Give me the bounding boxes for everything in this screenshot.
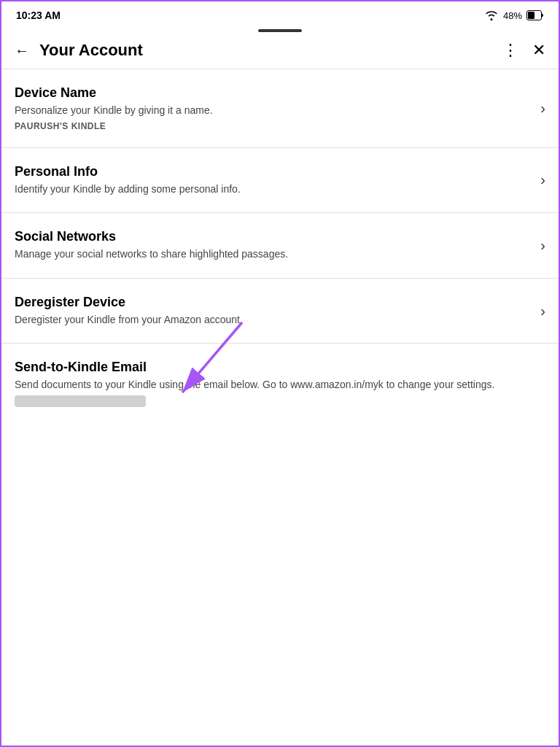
status-icons: 48% <box>484 10 544 21</box>
menu-item-device-name-title: Device Name <box>15 85 529 101</box>
chevron-right-icon: › <box>540 100 545 117</box>
status-bar: 10:23 AM 48% <box>1 1 559 28</box>
notch-bar <box>258 29 302 32</box>
back-button[interactable]: ← <box>15 42 29 59</box>
more-options-button[interactable]: ⋮ <box>502 42 519 58</box>
nav-right: ⋮ ✕ <box>502 41 545 60</box>
close-button[interactable]: ✕ <box>532 41 545 60</box>
chevron-right-icon: › <box>540 171 545 188</box>
menu-item-social-networks-content: Social Networks Manage your social netwo… <box>15 229 540 262</box>
menu-item-social-networks-title: Social Networks <box>15 229 529 244</box>
menu-item-device-name[interactable]: Device Name Personalize your Kindle by g… <box>1 69 559 148</box>
kindle-email-blurred <box>15 395 146 407</box>
battery-percentage: 48% <box>503 10 522 21</box>
menu-item-send-to-kindle-content: Send-to-Kindle Email Send documents to y… <box>15 360 545 410</box>
menu-item-send-to-kindle-title: Send-to-Kindle Email <box>15 360 534 375</box>
menu-item-device-name-content: Device Name Personalize your Kindle by g… <box>15 85 540 131</box>
menu-item-social-networks[interactable]: Social Networks Manage your social netwo… <box>1 213 559 279</box>
status-time: 10:23 AM <box>16 9 61 21</box>
battery-icon <box>526 10 544 20</box>
menu-item-personal-info-content: Personal Info Identify your Kindle by ad… <box>15 164 540 197</box>
nav-bar: ← Your Account ⋮ ✕ <box>1 32 559 69</box>
wifi-icon <box>484 10 499 20</box>
menu-list: Device Name Personalize your Kindle by g… <box>1 69 559 426</box>
menu-item-personal-info-title: Personal Info <box>15 164 529 179</box>
menu-item-send-to-kindle-desc: Send documents to your Kindle using the … <box>15 378 534 392</box>
chevron-right-icon: › <box>540 303 545 320</box>
page-title: Your Account <box>39 41 143 60</box>
chevron-right-icon: › <box>540 237 545 254</box>
menu-item-deregister-device-content: Deregister Device Deregister your Kindle… <box>15 295 540 328</box>
menu-item-personal-info[interactable]: Personal Info Identify your Kindle by ad… <box>1 148 559 214</box>
menu-item-device-name-desc: Personalize your Kindle by giving it a n… <box>15 104 529 118</box>
menu-item-send-to-kindle[interactable]: Send-to-Kindle Email Send documents to y… <box>1 344 559 426</box>
menu-item-deregister-device[interactable]: Deregister Device Deregister your Kindle… <box>1 279 559 344</box>
nav-left: ← Your Account <box>15 41 143 60</box>
svg-rect-1 <box>528 12 534 19</box>
menu-item-personal-info-desc: Identify your Kindle by adding some pers… <box>15 182 529 197</box>
menu-item-deregister-device-desc: Deregister your Kindle from your Amazon … <box>15 313 529 328</box>
menu-item-device-name-subtitle: PAURUSH'S KINDLE <box>15 121 529 131</box>
menu-item-deregister-device-title: Deregister Device <box>15 295 529 310</box>
menu-item-social-networks-desc: Manage your social networks to share hig… <box>15 247 529 262</box>
